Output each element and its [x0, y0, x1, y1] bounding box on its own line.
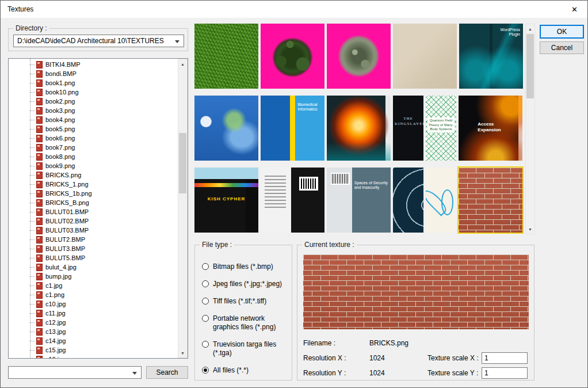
radio-button-icon[interactable] [202, 367, 209, 374]
file-list-item[interactable]: BULUT02.BMP [30, 216, 178, 226]
texture-file-icon [36, 328, 43, 336]
file-type-option[interactable]: Jpeg files (*.jpg;*.jpeg) [202, 280, 288, 288]
tree-connector [30, 304, 35, 305]
treetop-magenta-thumb[interactable] [327, 24, 391, 89]
tree-connector [30, 166, 35, 166]
file-list-item[interactable]: book10.png [30, 88, 178, 97]
radio-option-label: Jpeg files (*.jpg;*.jpeg) [213, 280, 282, 288]
file-name: bulut_4.jpg [45, 264, 77, 271]
texture-file-icon [36, 319, 43, 326]
file-list-item[interactable]: BULUT3.BMP [30, 244, 178, 253]
file-list-item[interactable]: c11.jpg [30, 309, 178, 318]
file-list-item[interactable]: bulut_4.jpg [30, 263, 178, 272]
scroll-down-icon[interactable]: ▼ [178, 348, 187, 357]
file-list-item[interactable]: bondi.BMP [30, 69, 178, 78]
scroll-up-icon[interactable]: ▲ [526, 24, 534, 33]
file-list-item[interactable]: BITKI4.BMP [30, 60, 178, 69]
file-list-item[interactable]: BULUT03.BMP [30, 226, 178, 235]
file-name: book2.png [45, 98, 75, 105]
cancel-button[interactable]: Cancel [540, 41, 584, 54]
texture-file-icon [36, 144, 43, 151]
texture-grid-row: WordPress Plugin [194, 24, 525, 89]
file-name: book1.png [45, 79, 75, 86]
file-list-item[interactable]: c15.jpg [30, 345, 178, 355]
file-type-option[interactable]: Portable network graphics files (*.png) [202, 314, 288, 332]
texture-scale-y-label: Texture scale Y : [427, 369, 478, 377]
paper-texture-thumb[interactable] [393, 24, 457, 89]
wordpress-plugin-book-thumb[interactable]: WordPress Plugin [459, 24, 523, 89]
biomedical-informatics-book-thumb[interactable]: Biomedical Informatics [261, 96, 324, 161]
blue-wave-book-thumb[interactable] [393, 168, 423, 233]
scroll-up-icon[interactable]: ▲ [178, 59, 187, 69]
tree-magenta-thumb[interactable] [261, 24, 324, 89]
file-name: c10.jpg [45, 300, 66, 307]
ok-button[interactable]: OK [540, 25, 584, 39]
radio-button-icon[interactable] [202, 315, 209, 322]
radio-button-icon[interactable] [202, 263, 209, 270]
texture-file-icon [36, 162, 43, 170]
directory-dropdown[interactable]: D:\ideCAD\ideCAD Architectural 10\TEXTUR… [13, 35, 184, 47]
file-list-item[interactable]: c10.jpg [30, 299, 178, 309]
file-list-item[interactable]: BRICKS_1.png [30, 180, 178, 189]
file-list-item[interactable]: book7.png [30, 143, 178, 152]
texture-scale-x-input[interactable] [482, 352, 528, 364]
world-map-book-thumb[interactable] [194, 96, 258, 161]
tree-connector [30, 129, 35, 130]
thumb-title: KISH CYPHER [194, 196, 258, 201]
file-type-option[interactable]: Tiff files (*.tif;*.tiff) [202, 297, 288, 306]
spaces-security-book-thumb[interactable]: Spaces of Security and Insecurity [327, 168, 391, 233]
file-list-item[interactable]: BRICKS_1b.png [30, 189, 178, 198]
quantum-field-book-thumb[interactable]: Quantum Field Theory of Many-Body System… [426, 96, 456, 161]
search-dropdown[interactable] [8, 366, 142, 379]
titlebar: Textures ✕ [1, 1, 587, 18]
file-list-item[interactable]: book6.png [30, 134, 178, 143]
kish-cypher-book-thumb[interactable]: KISH CYPHER [194, 168, 258, 233]
file-list-item[interactable]: book2.png [30, 97, 178, 106]
file-name: BULUT03.BMP [45, 227, 89, 234]
texture-scale-y-input[interactable] [482, 367, 528, 379]
file-list-item[interactable]: book3.png [30, 106, 178, 115]
grass-texture-thumb[interactable] [194, 24, 258, 89]
file-list-item[interactable]: BRICKS_B.png [30, 198, 178, 207]
scroll-down-icon[interactable]: ▼ [526, 225, 534, 234]
file-list-item[interactable]: BRICKS.png [30, 170, 178, 180]
tree-connector [30, 138, 35, 139]
file-name: c15.jpg [45, 347, 66, 353]
close-icon[interactable]: ✕ [562, 1, 587, 18]
file-list-item[interactable]: BULUT01.BMP [30, 207, 178, 216]
scrollbar-thumb[interactable] [179, 133, 186, 193]
file-name: bump.jpg [45, 273, 71, 280]
file-list-scrollbar[interactable]: ▲ ▼ [178, 59, 188, 358]
file-list-item[interactable]: book4.png [30, 115, 178, 124]
scrollbar-thumb[interactable] [526, 34, 534, 98]
texture-grid-scrollbar[interactable]: ▲ ▼ [525, 24, 535, 234]
flame-art-book-thumb[interactable] [327, 96, 391, 161]
file-list-item[interactable]: c1.png [30, 290, 178, 299]
file-list-item[interactable]: c13.jpg [30, 327, 178, 336]
file-list-item[interactable]: book5.png [30, 124, 178, 134]
barcode-book-thumb[interactable] [261, 168, 324, 233]
search-button[interactable]: Search [146, 366, 188, 379]
file-type-option[interactable]: Truevision targa files (*.tga) [202, 340, 288, 357]
file-list-item[interactable]: BULUT2.BMP [30, 235, 178, 244]
file-type-option[interactable]: Bitmap files (*.bmp) [202, 263, 288, 271]
alice-wonderland-book-thumb[interactable] [426, 168, 456, 233]
file-list-item[interactable]: c16.jpg [30, 355, 178, 358]
file-list-item[interactable]: bump.jpg [30, 272, 178, 281]
file-type-option[interactable]: All files (*.*) [202, 366, 288, 375]
file-list-item[interactable]: book9.png [30, 161, 178, 170]
radio-button-icon[interactable] [202, 298, 209, 305]
radio-button-icon[interactable] [202, 280, 209, 287]
file-list-item[interactable]: book1.png [30, 78, 178, 88]
file-list-item[interactable]: c14.jpg [30, 336, 178, 345]
file-list-item[interactable]: BULUT5.BMP [30, 253, 178, 263]
file-name: BRICKS_1b.png [45, 190, 92, 197]
file-list-item[interactable]: c12.jpg [30, 318, 178, 327]
bricks-texture-thumb[interactable] [459, 168, 522, 233]
file-list-item[interactable]: c1.jpg [30, 281, 178, 290]
radio-button-icon[interactable] [202, 341, 209, 348]
kingslayer-book-thumb[interactable]: THE KINGSLAYER [393, 96, 423, 161]
file-list-item[interactable]: book8.png [30, 152, 178, 161]
access-expansion-book-thumb[interactable]: Access Expansion [459, 96, 522, 161]
filename-value: BRICKS.png [369, 339, 408, 347]
